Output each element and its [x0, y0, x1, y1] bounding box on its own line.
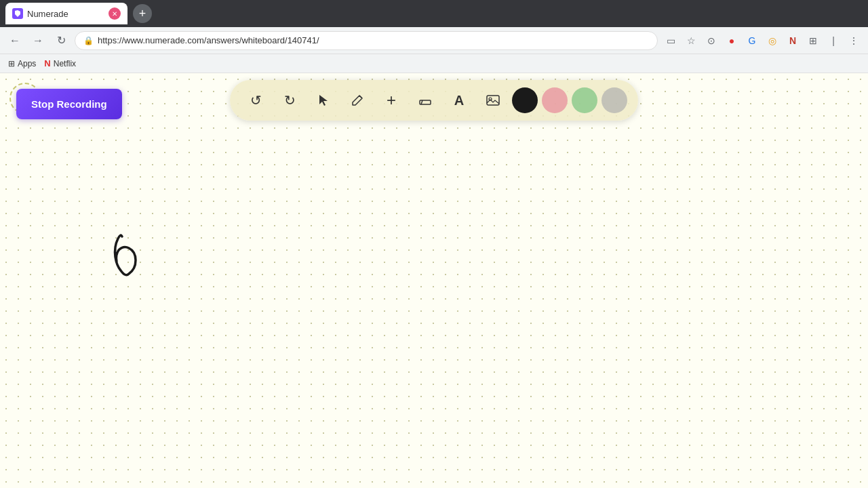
nav-bar: ← → ↻ 🔒 https://www.numerade.com/answers…: [0, 27, 868, 54]
bottom-toolbar-area: Stop Recording ↺ ↻ + A: [0, 73, 868, 134]
bookmark-icon[interactable]: ☆: [682, 32, 700, 49]
color-pink[interactable]: [542, 87, 568, 113]
apps-grid-icon: ⊞: [8, 59, 15, 68]
image-button[interactable]: [478, 85, 508, 115]
redo-button[interactable]: ↻: [275, 85, 304, 115]
extension-3-icon[interactable]: ◎: [764, 32, 781, 49]
tab-close-button[interactable]: [108, 7, 121, 20]
menu-icon[interactable]: ⋮: [845, 32, 863, 49]
nav-icons: ▭ ☆ ⊙ ● G ◎ N ⊞ | ⋮: [662, 32, 863, 49]
pen-tool-button[interactable]: [342, 85, 372, 115]
tab-title: Numerade: [27, 9, 104, 19]
new-tab-button[interactable]: +: [133, 4, 152, 23]
cast-icon[interactable]: ▭: [662, 32, 679, 49]
netflix-label: Netflix: [54, 59, 76, 68]
extension-5-icon[interactable]: ⊞: [804, 32, 822, 49]
svg-line-1: [421, 100, 422, 104]
forward-button[interactable]: →: [28, 31, 47, 50]
text-tool-button[interactable]: A: [444, 85, 474, 115]
whiteboard-canvas[interactable]: 1 Stop Recording ↺ ↻ +: [0, 73, 868, 488]
address-bar[interactable]: 🔒 https://www.numerade.com/answers/white…: [75, 31, 658, 50]
color-gray[interactable]: [601, 87, 627, 113]
tab-favicon: [12, 8, 23, 19]
color-black[interactable]: [512, 87, 538, 113]
url-text: https://www.numerade.com/answers/whitebo…: [98, 35, 319, 45]
profile-circle-icon[interactable]: |: [825, 32, 842, 49]
undo-button[interactable]: ↺: [241, 85, 271, 115]
reload-button[interactable]: ↻: [52, 31, 71, 50]
extension-4-icon[interactable]: N: [784, 32, 802, 49]
eraser-button[interactable]: [410, 85, 440, 115]
select-tool-button[interactable]: [309, 85, 338, 115]
bookmarks-bar: ⊞ Apps N Netflix: [0, 54, 868, 73]
extension-1-icon[interactable]: ●: [723, 32, 741, 49]
netflix-icon: N: [44, 58, 50, 68]
browser-tab[interactable]: Numerade: [5, 3, 127, 24]
color-green[interactable]: [572, 87, 597, 113]
svg-rect-2: [487, 96, 499, 105]
toolbar: ↺ ↻ + A: [230, 80, 638, 121]
bookmark-apps[interactable]: ⊞ Apps: [8, 59, 36, 68]
bookmark-netflix[interactable]: N Netflix: [44, 58, 76, 68]
drawing-layer: [0, 73, 868, 488]
apps-label: Apps: [18, 59, 36, 68]
profile-icon[interactable]: ⊙: [703, 32, 720, 49]
lock-icon: 🔒: [83, 36, 94, 45]
add-button[interactable]: +: [376, 85, 406, 115]
stop-recording-button[interactable]: Stop Recording: [16, 89, 122, 119]
browser-frame: Numerade + ← → ↻ 🔒 https://www.numerade.…: [0, 0, 868, 488]
title-bar: Numerade +: [0, 0, 868, 27]
back-button[interactable]: ←: [5, 31, 24, 50]
extension-2-icon[interactable]: G: [743, 32, 761, 49]
